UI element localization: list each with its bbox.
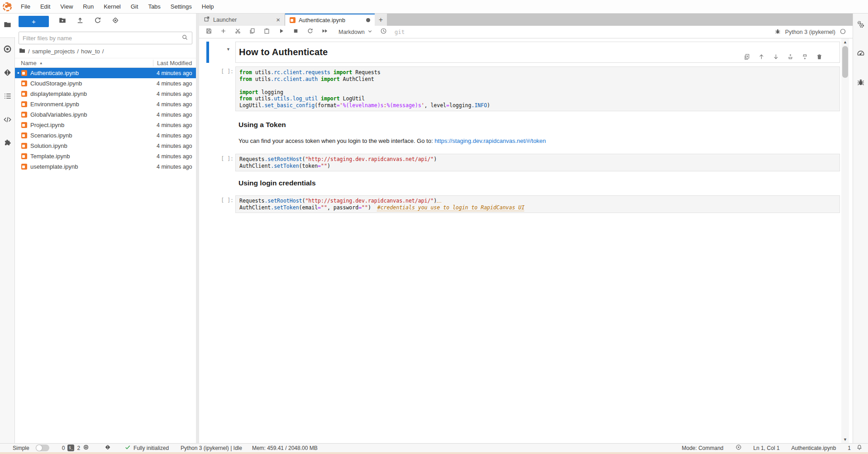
trust-shield-icon[interactable]: [735, 444, 742, 452]
scroll-up-icon[interactable]: ▲: [841, 38, 849, 46]
file-row[interactable]: Project.ipynb4 minutes ago: [15, 120, 196, 130]
menu-view[interactable]: View: [55, 0, 78, 13]
file-row[interactable]: Template.ipynb4 minutes ago: [15, 151, 196, 161]
save-icon[interactable]: [205, 28, 212, 36]
new-launcher-button[interactable]: +: [19, 16, 49, 27]
new-tab-button[interactable]: +: [375, 14, 387, 26]
init-status: Fully initialized: [124, 444, 169, 452]
file-row[interactable]: Scenarios.ipynb4 minutes ago: [15, 130, 196, 141]
history-clock-icon[interactable]: [380, 28, 387, 36]
section-heading-login-credentials[interactable]: Using login credentials: [238, 179, 316, 187]
code-token: .setRootHost: [264, 198, 302, 204]
file-row[interactable]: CloudStorage.ipynb4 minutes ago: [15, 78, 196, 89]
menu-file[interactable]: File: [16, 0, 35, 13]
file-row[interactable]: usetemplate.ipynb4 minutes ago: [15, 161, 196, 172]
file-row[interactable]: Environment.ipynb4 minutes ago: [15, 99, 196, 109]
column-header-modified[interactable]: Last Modified: [153, 60, 196, 66]
stop-icon[interactable]: [292, 28, 299, 36]
code-cell-credentials-auth[interactable]: Requests.setRootHost("http://staging.dev…: [235, 195, 840, 213]
active-file-name[interactable]: Authenticate.ipynb: [792, 445, 836, 451]
insert-cell-above-icon[interactable]: [787, 53, 794, 62]
tab-authenticate-notebook[interactable]: Authenticate.ipynb: [285, 14, 375, 26]
menu-settings[interactable]: Settings: [166, 0, 197, 13]
run-icon[interactable]: [278, 28, 285, 36]
file-row[interactable]: displaytemplate.ipynb4 minutes ago: [15, 89, 196, 99]
menu-run[interactable]: Run: [78, 0, 99, 13]
cursor-position[interactable]: Ln 1, Col 1: [754, 445, 780, 451]
kernel-status-text[interactable]: Python 3 (ipykernel) | Idle: [181, 445, 242, 451]
property-inspector-gears-icon[interactable]: [856, 20, 865, 31]
markdown-paragraph[interactable]: You can find your access token when you …: [238, 137, 546, 144]
memory-usage: Mem: 459.41 / 2048.00 MB: [252, 445, 318, 451]
dashboard-gauge-icon[interactable]: [856, 49, 865, 60]
upload-icon[interactable]: [76, 16, 84, 26]
copy-icon[interactable]: [249, 28, 256, 36]
menu-git[interactable]: Git: [126, 0, 143, 13]
sidebar-tab-file-browser[interactable]: [0, 14, 15, 37]
cell-type-dropdown[interactable]: Markdown: [339, 29, 372, 35]
file-row[interactable]: GlobalVariables.ipynb4 minutes ago: [15, 109, 196, 120]
new-folder-icon[interactable]: [58, 16, 67, 26]
delete-cell-icon[interactable]: [816, 53, 823, 62]
restart-kernel-icon[interactable]: [307, 28, 314, 36]
restart-run-all-icon[interactable]: [321, 28, 328, 36]
notifications-count[interactable]: 1: [848, 445, 851, 451]
toggle-switch[interactable]: [36, 445, 49, 451]
simple-label: Simple: [13, 445, 29, 451]
sidebar-tab-running-kernels[interactable]: [0, 38, 15, 61]
scrollbar-thumb[interactable]: [842, 46, 848, 78]
token-link[interactable]: https://staging.dev.rapidcanvas.net/#/to…: [434, 137, 546, 144]
duplicate-cell-icon[interactable]: [744, 53, 750, 62]
home-folder-icon[interactable]: [19, 47, 26, 56]
menu-kernel[interactable]: Kernel: [99, 0, 126, 13]
file-modified: 4 minutes ago: [153, 101, 196, 108]
code-token: ): [327, 163, 330, 169]
menu-help[interactable]: Help: [197, 0, 219, 13]
file-row[interactable]: Solution.ipynb4 minutes ago: [15, 141, 196, 151]
kernel-chip-icon: [83, 444, 89, 452]
tab-launcher[interactable]: Launcher ×: [199, 14, 285, 26]
code-cell-imports[interactable]: from utils.rc.client.requests import Req…: [235, 66, 840, 111]
git-status[interactable]: [105, 444, 111, 452]
menu-edit[interactable]: Edit: [35, 0, 55, 13]
git-toolbar-label: git: [395, 28, 405, 35]
sidebar-tab-table-of-contents[interactable]: [0, 85, 15, 109]
collapse-cell-icon[interactable]: ▼: [226, 47, 230, 52]
section-heading-using-a-token[interactable]: Using a Token: [238, 121, 286, 129]
bell-icon[interactable]: [856, 444, 863, 452]
panel-splitter[interactable]: [196, 14, 199, 443]
cut-icon[interactable]: [234, 28, 241, 36]
bug-icon[interactable]: [774, 28, 781, 36]
column-header-name[interactable]: Name ▲: [15, 60, 153, 66]
paste-icon[interactable]: [263, 28, 270, 36]
move-cell-up-icon[interactable]: [758, 53, 765, 62]
breadcrumb-segment[interactable]: how_to: [81, 48, 100, 55]
code-token: from: [239, 76, 252, 82]
file-filter-input[interactable]: [19, 35, 181, 42]
sidebar-tab-code-snippets[interactable]: [0, 109, 15, 132]
menu-tabs[interactable]: Tabs: [143, 0, 165, 13]
scroll-down-icon[interactable]: ▼: [841, 436, 849, 443]
code-token: .setToken: [271, 163, 299, 169]
breadcrumb-segment[interactable]: sample_projects: [32, 48, 75, 55]
insert-cell-below-icon[interactable]: [801, 53, 808, 62]
kernel-indicator[interactable]: Python 3 (ipykernel): [774, 28, 846, 36]
git-clone-icon[interactable]: [111, 16, 119, 26]
refresh-icon[interactable]: [94, 16, 102, 26]
code-token: =: [446, 102, 449, 109]
notebook-scrollbar[interactable]: ▲ ▼: [841, 38, 849, 443]
sidebar-tab-extensions[interactable]: [0, 132, 15, 156]
insert-cell-icon[interactable]: [220, 28, 227, 36]
move-cell-down-icon[interactable]: [773, 53, 779, 62]
notebook-icon: [21, 91, 27, 97]
debugger-bug-icon[interactable]: [856, 78, 865, 89]
code-cell-token-auth[interactable]: Requests.setRootHost("http://staging.dev…: [235, 154, 840, 171]
command-mode-indicator[interactable]: Mode: Command: [682, 445, 723, 451]
file-row[interactable]: •Authenticate.ipynb4 minutes ago: [15, 68, 196, 78]
running-sessions[interactable]: 0 $_ 2: [62, 444, 89, 452]
puzzle-icon: [3, 139, 12, 149]
sidebar-tab-git[interactable]: [0, 61, 15, 85]
close-icon[interactable]: ×: [276, 16, 280, 23]
code-token: import: [330, 69, 352, 76]
simple-mode-toggle[interactable]: Simple: [13, 445, 49, 451]
